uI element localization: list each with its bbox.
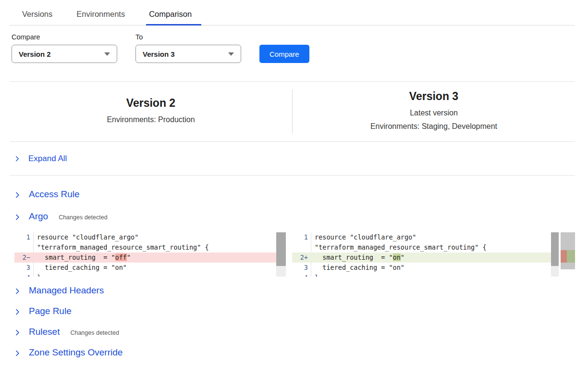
chevron-right-icon [14,329,21,336]
compare-from-select[interactable]: Version 2 [12,45,117,63]
chevron-right-icon [14,192,21,198]
code-line: 3 tiered_caching = "on" [292,263,551,273]
scrollbar-thumb[interactable] [551,232,559,266]
changes-detected-badge: Changes detected [70,329,119,336]
tab-bar: Versions Environments Comparison [10,7,575,25]
code-text: resource "cloudflare_argo" [311,232,551,242]
code-line: 3 tiered_caching = "on" [14,263,276,273]
minimap-removed-marker [561,250,567,263]
compare-button[interactable]: Compare [259,45,309,63]
chevron-right-icon [14,156,20,162]
code-line: 4 } [292,273,551,277]
diff-minimap[interactable] [561,232,575,277]
compare-label: Compare [12,33,117,41]
version-right-title: Version 3 [409,90,458,103]
section-label: Access Rule [29,189,80,200]
line-number: 3 [14,263,34,273]
removed-word: off [115,253,127,261]
code-text: "terraform_managed_resource_smart_routin… [311,242,551,253]
tab-comparison[interactable]: Comparison [146,7,195,25]
code-line-added: 2+ smart_routing = "on" [292,253,551,263]
code-text: tiered_caching = "on" [34,263,276,273]
line-number [14,242,34,253]
chevron-down-icon [104,52,110,56]
version-right-header: Version 3 Latest version Environments: S… [293,82,575,141]
tab-versions[interactable]: Versions [19,7,55,25]
code-line-removed: 2− smart_routing = "off" [14,253,276,263]
chevron-right-icon [14,288,21,294]
code-line: 1 resource "cloudflare_argo" [292,232,551,242]
line-number: 2+ [292,253,311,263]
chevron-down-icon [228,52,234,56]
section-label: Argo [29,211,48,222]
version-left-environments: Environments: Production [107,113,195,126]
code-left: 1 resource "cloudflare_argo" "terraform_… [14,232,276,277]
section-access-rule[interactable]: Access Rule [14,189,575,201]
minimap-change-marker [561,250,575,263]
section-argo[interactable]: Argo Changes detected [14,211,575,223]
section-label: Ruleset [29,327,60,337]
tab-environments[interactable]: Environments [74,7,128,25]
code-right: 1 resource "cloudflare_argo" "terraform_… [292,232,551,277]
chevron-right-icon [14,309,21,315]
line-number [292,242,311,253]
version-headers: Version 2 Environments: Production Versi… [10,82,575,141]
compare-to-value: Version 3 [143,50,175,58]
expand-all-label: Expand All [28,154,67,164]
divider [10,175,575,176]
section-zone-settings-override[interactable]: Zone Settings Override [14,347,575,359]
version-left-title: Version 2 [126,97,175,110]
section-ruleset[interactable]: Ruleset Changes detected [14,327,575,338]
line-number: 1 [14,232,34,242]
code-text: smart_routing = "on" [311,253,551,263]
version-left-header: Version 2 Environments: Production [10,82,292,141]
section-label: Page Rule [29,306,72,316]
section-managed-headers[interactable]: Managed Headers [14,285,575,297]
section-page-rule[interactable]: Page Rule [14,306,575,317]
scrollbar-thumb[interactable] [276,232,286,266]
line-number: 1 [292,232,311,242]
line-number: 4 [292,273,311,277]
added-word: on [393,253,401,261]
to-label: To [135,33,241,41]
code-text: "terraform_managed_resource_smart_routin… [34,242,276,253]
line-number: 2− [14,253,34,263]
chevron-right-icon [14,214,21,220]
changes-detected-badge: Changes detected [59,214,107,221]
minimap-added-marker [567,250,575,263]
diff-pane-right: 1 resource "cloudflare_argo" "terraform_… [292,232,575,277]
chevron-right-icon [14,350,21,356]
scrollbar[interactable] [551,232,559,277]
divider [10,141,575,142]
compare-form: Compare Version 2 To Version 3 Compare [12,33,575,63]
compare-from-value: Version 2 [19,50,51,58]
code-line-wrap: "terraform_managed_resource_smart_routin… [292,242,551,253]
version-right-environments: Environments: Staging, Development [370,120,497,133]
expand-all-button[interactable]: Expand All [14,154,575,164]
scrollbar[interactable] [276,232,286,277]
line-number: 4 [14,273,34,277]
code-text: } [34,273,276,277]
compare-field: Compare Version 2 [12,33,117,63]
code-text: smart_routing = "off" [34,253,276,263]
diff-pane-left: 1 resource "cloudflare_argo" "terraform_… [14,232,286,277]
section-label: Managed Headers [29,285,104,296]
code-text: } [311,273,551,277]
section-label: Zone Settings Override [29,347,122,358]
argo-diff: 1 resource "cloudflare_argo" "terraform_… [14,232,575,277]
code-line: 1 resource "cloudflare_argo" [14,232,276,242]
version-right-latest: Latest version [410,106,458,120]
compare-to-select[interactable]: Version 3 [135,45,241,63]
line-number: 3 [292,263,311,273]
code-text: tiered_caching = "on" [311,263,551,273]
code-text: resource "cloudflare_argo" [34,232,276,242]
code-line: 4 } [14,273,276,277]
code-line-wrap: "terraform_managed_resource_smart_routin… [14,242,276,253]
to-field: To Version 3 [135,33,241,63]
